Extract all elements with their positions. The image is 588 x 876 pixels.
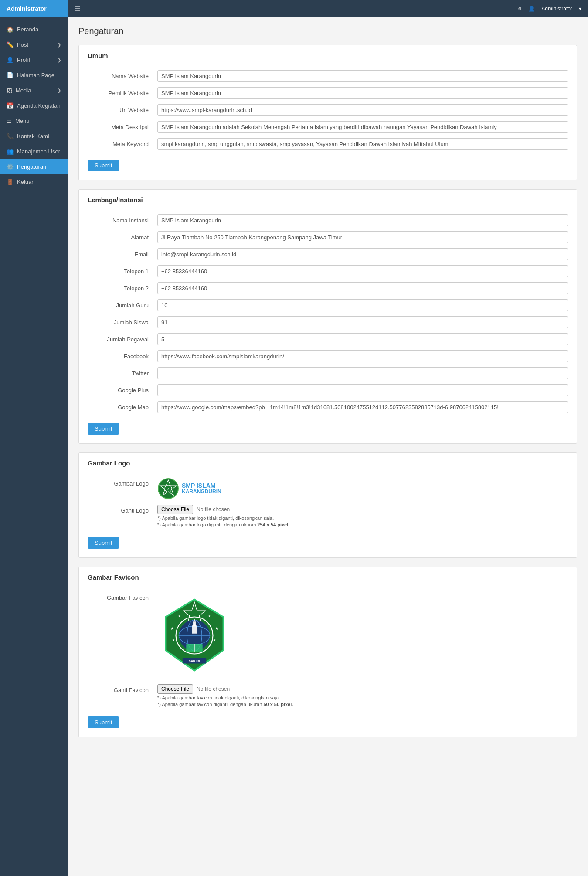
input-wrap-meta-deskripsi: [157, 121, 568, 133]
brand-name: Administrator: [7, 5, 47, 12]
no-file-logo-label: No file chosen: [197, 506, 230, 513]
sidebar-item-beranda[interactable]: 🏠 Beranda: [0, 22, 68, 37]
label-facebook: Facebook: [88, 350, 157, 360]
dropdown-icon[interactable]: ▾: [579, 6, 581, 12]
sidebar-item-media[interactable]: 🖼 Media ❯: [0, 83, 68, 98]
svg-rect-23: [193, 622, 196, 626]
sidebar-label-kontak: Kontak Kami: [17, 133, 49, 139]
input-jumlah-pegawai[interactable]: [157, 333, 568, 345]
svg-text:★: ★: [215, 626, 218, 631]
submit-umum[interactable]: Submit: [88, 160, 119, 171]
sidebar-label-halaman-page: Halaman Page: [17, 72, 54, 78]
input-wrap-nama-website: [157, 70, 568, 82]
submit-favicon[interactable]: Submit: [88, 716, 119, 728]
media-icon: 🖼: [7, 87, 12, 94]
sidebar: 🏠 Beranda ✏️ Post ❯ 👤 Profil ❯ 📄 Halaman…: [0, 17, 68, 876]
row-gambar-logo: Gambar Logo ☾ SMP ISLAM KARANGDURIN: [88, 478, 568, 499]
label-jumlah-guru: Jumlah Guru: [88, 299, 157, 309]
umum-title: Umum: [88, 52, 568, 64]
sidebar-label-beranda: Beranda: [17, 26, 38, 33]
sidebar-item-pengaturan[interactable]: ⚙️ Pengaturan: [0, 159, 68, 174]
arrow-icon-post: ❯: [58, 42, 61, 47]
input-wrap-telepon1: [157, 265, 568, 277]
input-jumlah-guru[interactable]: [157, 299, 568, 311]
sidebar-item-manajemen-user[interactable]: 👥 Manajemen User: [0, 144, 68, 159]
row-jumlah-guru: Jumlah Guru: [88, 299, 568, 311]
lembaga-section: Lembaga/Instansi Nama Instansi Alamat Em…: [78, 189, 577, 444]
row-nama-website: Nama Website: [88, 70, 568, 82]
input-nama-website[interactable]: [157, 70, 568, 82]
row-telepon2: Telepon 2: [88, 282, 568, 294]
file-input-wrap-favicon: Choose File No file chosen *) Apabila ga…: [157, 684, 568, 707]
choose-file-favicon-button[interactable]: Choose File: [157, 684, 193, 694]
input-alamat[interactable]: [157, 231, 568, 243]
hamburger-icon[interactable]: ☰: [74, 5, 80, 13]
sidebar-label-keluar: Keluar: [17, 179, 34, 185]
exit-icon: 🚪: [7, 179, 14, 185]
profil-icon: 👤: [7, 57, 14, 63]
svg-text:★: ★: [213, 638, 216, 642]
logo-text-karangdurin: KARANGDURIN: [182, 489, 221, 495]
label-pemilik-website: Pemilik Website: [88, 87, 157, 96]
gambar-favicon-section: Gambar Favicon Gambar Favicon: [78, 567, 577, 737]
submit-lembaga[interactable]: Submit: [88, 423, 119, 435]
hint-logo-2: *) Apabila gambar logo diganti, dengan u…: [157, 522, 568, 527]
input-meta-deskripsi[interactable]: [157, 121, 568, 133]
input-meta-keyword[interactable]: [157, 138, 568, 150]
input-email[interactable]: [157, 248, 568, 260]
arrow-icon-profil: ❯: [58, 58, 61, 62]
input-url-website[interactable]: [157, 104, 568, 116]
row-email: Email: [88, 248, 568, 260]
input-pemilik-website[interactable]: [157, 87, 568, 99]
gambar-logo-title: Gambar Logo: [88, 459, 568, 471]
label-jumlah-siswa: Jumlah Siswa: [88, 316, 157, 326]
topbar: Administrator ☰ 🖥 👤 Administrator ▾: [0, 0, 588, 17]
sidebar-item-profil[interactable]: 👤 Profil ❯: [0, 52, 68, 68]
hint-favicon-2: *) Apabila gambar favicon diganti, denga…: [157, 702, 568, 707]
input-google-map[interactable]: [157, 401, 568, 413]
label-telepon2: Telepon 2: [88, 282, 157, 292]
input-wrap-google-plus: [157, 384, 568, 396]
submit-logo[interactable]: Submit: [88, 537, 119, 549]
monitor-icon: 🖥: [517, 6, 522, 12]
input-wrap-google-map: [157, 401, 568, 413]
input-jumlah-siswa[interactable]: [157, 316, 568, 328]
sidebar-item-keluar[interactable]: 🚪 Keluar: [0, 174, 68, 190]
favicon-image-wrap: SANTRI ★ ★ ★ ★ ★ ★: [157, 592, 568, 679]
input-wrap-facebook: [157, 350, 568, 362]
label-google-map: Google Map: [88, 401, 157, 411]
choose-file-logo-button[interactable]: Choose File: [157, 505, 193, 514]
sidebar-item-halaman-page[interactable]: 📄 Halaman Page: [0, 68, 68, 83]
input-wrap-jumlah-pegawai: [157, 333, 568, 345]
svg-rect-21: [192, 626, 197, 634]
input-wrap-twitter: [157, 367, 568, 379]
page-title: Pengaturan: [78, 26, 577, 36]
row-google-map: Google Map: [88, 401, 568, 413]
sidebar-item-menu[interactable]: ☰ Menu: [0, 113, 68, 129]
page-icon: 📄: [7, 72, 14, 78]
input-nama-instansi[interactable]: [157, 214, 568, 226]
label-nama-instansi: Nama Instansi: [88, 214, 157, 224]
input-twitter[interactable]: [157, 367, 568, 379]
label-gambar-favicon: Gambar Favicon: [88, 592, 157, 601]
input-telepon1[interactable]: [157, 265, 568, 277]
input-google-plus[interactable]: [157, 384, 568, 396]
row-alamat: Alamat: [88, 231, 568, 243]
input-facebook[interactable]: [157, 350, 568, 362]
layout: 🏠 Beranda ✏️ Post ❯ 👤 Profil ❯ 📄 Halaman…: [0, 17, 588, 876]
logo-image: ☾ SMP ISLAM KARANGDURIN: [157, 478, 568, 499]
row-google-plus: Google Plus: [88, 384, 568, 396]
file-input-favicon-wrapper: Choose File No file chosen: [157, 684, 568, 694]
home-icon: 🏠: [7, 26, 14, 33]
hint-favicon-text-1: *) Apabila gambar favicon tidak diganti,…: [157, 695, 280, 700]
sidebar-label-pengaturan: Pengaturan: [17, 163, 46, 170]
svg-text:★: ★: [178, 615, 180, 618]
hint-logo-text-1: *) Apabila gambar logo tidak diganti, di…: [157, 516, 274, 521]
sidebar-item-kontak[interactable]: 📞 Kontak Kami: [0, 129, 68, 144]
label-ganti-favicon: Ganti Favicon: [88, 684, 157, 693]
sidebar-item-agenda[interactable]: 📅 Agenda Kegiatan: [0, 98, 68, 113]
sidebar-item-post[interactable]: ✏️ Post ❯: [0, 37, 68, 52]
row-telepon1: Telepon 1: [88, 265, 568, 277]
row-jumlah-pegawai: Jumlah Pegawai: [88, 333, 568, 345]
input-telepon2[interactable]: [157, 282, 568, 294]
